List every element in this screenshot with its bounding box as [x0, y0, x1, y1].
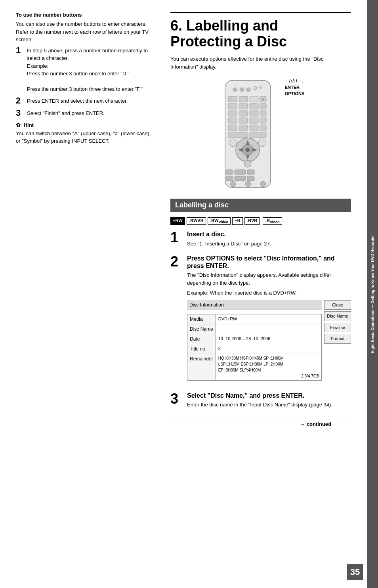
- table-cell-media-label: Media: [187, 314, 216, 324]
- svg-point-37: [229, 139, 237, 147]
- svg-rect-16: [228, 111, 237, 116]
- remote-container: + –: [170, 79, 351, 191]
- badge-rw-plus: +RW: [170, 217, 185, 225]
- disc-info-table-area: Disc Information Media DVD+RW Disc Name: [187, 300, 322, 385]
- right-step-1-body: See "1. Inserting a Disc" on page 27.: [187, 240, 351, 248]
- format-button[interactable]: Format: [324, 334, 351, 344]
- step-1-sub2: Press the number 3 button once to enter …: [27, 71, 130, 77]
- svg-rect-40: [226, 170, 233, 174]
- continued-text: → continued: [170, 421, 331, 427]
- hint-text: You can switch between "A" (upper-case),…: [16, 130, 155, 145]
- right-step-2-title: Press OPTIONS to select "Disc Informatio…: [187, 255, 351, 270]
- step-2-main: Press ENTER and select the next characte…: [27, 98, 128, 104]
- svg-point-4: [254, 86, 257, 90]
- remote-svg-area: + –: [217, 79, 279, 191]
- table-cell-discname-label: Disc Name: [187, 324, 216, 334]
- right-step-2: 2 Press OPTIONS to select "Disc Informat…: [170, 255, 351, 385]
- hint-title: ✿ Hint: [16, 122, 155, 128]
- svg-rect-29: [250, 132, 266, 138]
- svg-point-1: [233, 88, 237, 92]
- right-step-1: 1 Insert a disc. See "1. Inserting a Dis…: [170, 230, 351, 247]
- side-tab-text: Eight Basic Operations — Getting to Know…: [370, 233, 375, 355]
- svg-rect-45: [247, 176, 254, 181]
- bottom-divider: [170, 416, 351, 416]
- svg-point-2: [240, 88, 244, 92]
- disc-name-button[interactable]: Disc Name: [324, 311, 351, 321]
- page-number: 35: [347, 564, 363, 580]
- svg-rect-43: [226, 176, 233, 181]
- disc-info-table: Media DVD+RW Disc Name Date 13. 10.2006 …: [187, 314, 322, 381]
- chapter-title: 6. Labelling and Protecting a Disc: [170, 12, 351, 49]
- left-step-1: 1 In step 5 above, press a number button…: [16, 47, 155, 93]
- chapter-intro: You can execute options effective for th…: [170, 55, 351, 71]
- finalise-button[interactable]: Finalise: [324, 323, 351, 333]
- right-step-2-body1: The "Disc Information" display appears. …: [187, 271, 351, 287]
- svg-rect-44: [235, 176, 246, 181]
- svg-rect-25: [239, 125, 248, 130]
- svg-rect-17: [239, 111, 248, 116]
- enter-label: ENTER: [285, 85, 305, 90]
- right-step-3: 3 Select "Disc Name," and press ENTER. E…: [170, 392, 351, 409]
- table-row: Date 13. 10.2006 – 28. 10. 2006: [187, 334, 322, 344]
- step-1-sub1: Example:: [27, 63, 48, 69]
- svg-point-39: [244, 160, 251, 167]
- step-2-content: Press ENTER and select the next characte…: [27, 97, 155, 105]
- step-1-num: 1: [16, 46, 27, 55]
- disc-info-side-buttons: Close Disc Name Finalise Format: [324, 300, 351, 385]
- table-cell-remainder-label: Remainder: [187, 354, 216, 380]
- right-step-2-content: Press OPTIONS to select "Disc Informatio…: [187, 255, 351, 385]
- svg-rect-7: [239, 96, 248, 102]
- svg-rect-27: [260, 125, 266, 130]
- left-column: To use the number buttons You can also u…: [16, 12, 166, 576]
- table-row: Title no. 3: [187, 344, 322, 354]
- badge-rvr: -RVR: [244, 217, 260, 225]
- right-step-3-num: 3: [170, 392, 187, 406]
- svg-rect-24: [228, 125, 237, 130]
- svg-rect-23: [260, 118, 266, 123]
- left-intro: You can also use the number buttons to e…: [16, 20, 155, 44]
- step-3-num: 3: [16, 108, 27, 118]
- svg-point-36: [246, 148, 250, 152]
- svg-point-5: [260, 86, 262, 88]
- left-step-2: 2 Press ENTER and select the next charac…: [16, 97, 155, 105]
- svg-rect-6: [228, 96, 237, 102]
- right-step-2-body2: Example: When the inserted disc is a DVD…: [187, 289, 351, 297]
- svg-point-3: [246, 88, 250, 92]
- remote-labels-area: ←/↑/↓/→, ENTER OPTIONS: [285, 79, 305, 121]
- svg-rect-42: [247, 170, 254, 174]
- right-column: 6. Labelling and Protecting a Disc You c…: [166, 12, 351, 576]
- step-1-sub3: Press the number 3 button three times to…: [27, 86, 143, 92]
- arrow-icon: →: [300, 421, 305, 427]
- svg-rect-18: [250, 111, 258, 116]
- badge-rwvr: -RWVR: [187, 217, 206, 225]
- table-cell-remainder-value: HQ :0H30M HSP:0H45M SP :1H00M LSP:1H15M …: [216, 354, 322, 380]
- svg-rect-21: [239, 118, 248, 123]
- table-row: Media DVD+RW: [187, 314, 322, 324]
- table-cell-date-label: Date: [187, 334, 216, 344]
- svg-rect-8: [250, 96, 258, 102]
- svg-rect-11: [228, 103, 237, 109]
- svg-rect-20: [228, 118, 237, 123]
- table-row: Disc Name: [187, 324, 322, 334]
- step-1-content: In step 5 above, press a number button r…: [27, 47, 155, 93]
- table-row: Remainder HQ :0H30M HSP:0H45M SP :1H00M …: [187, 354, 322, 380]
- table-cell-titleno-label: Title no.: [187, 344, 216, 354]
- right-step-2-num: 2: [170, 255, 187, 269]
- table-cell-date-value: 13. 10.2006 – 28. 10. 2006: [216, 334, 322, 344]
- svg-point-48: [260, 181, 266, 187]
- step-2-num: 2: [16, 96, 27, 105]
- close-button[interactable]: Close: [324, 300, 351, 310]
- step-1-main: In step 5 above, press a number button r…: [27, 48, 148, 61]
- badge-rvideo: -RVideo: [263, 217, 282, 225]
- table-cell-media-value: DVD+RW: [216, 314, 322, 324]
- side-tab: Eight Basic Operations — Getting to Know…: [367, 0, 378, 588]
- left-step-3: 3 Select "Finish" and press ENTER.: [16, 109, 155, 118]
- right-step-3-title: Select "Disc Name," and press ENTER.: [187, 392, 351, 399]
- remote-svg: + –: [217, 79, 279, 190]
- arrows-label: ←/↑/↓/→,: [285, 79, 305, 83]
- svg-rect-19: [260, 111, 266, 116]
- hint-icon: ✿: [16, 122, 21, 128]
- hint-box: ✿ Hint You can switch between "A" (upper…: [16, 122, 155, 145]
- table-cell-titleno-value: 3: [216, 344, 322, 354]
- badge-rwvideo: -RWVideo: [208, 217, 231, 225]
